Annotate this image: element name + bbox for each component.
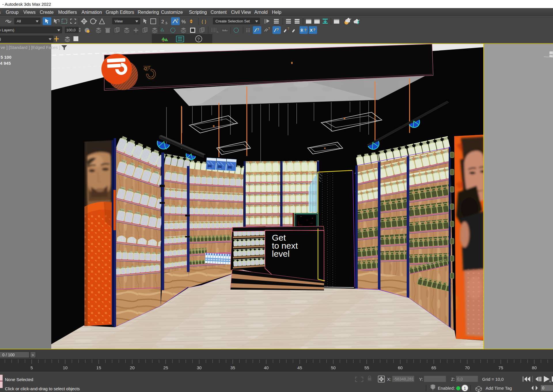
svg-text:75: 75 [498, 365, 503, 370]
svg-text:20: 20 [130, 365, 135, 370]
svg-text:level: level [272, 249, 290, 258]
svg-text:?: ? [287, 27, 289, 30]
svg-text:2: 2 [161, 19, 164, 24]
svg-text:0 / 100: 0 / 100 [2, 353, 15, 357]
svg-text:Enabled:: Enabled: [438, 386, 455, 391]
svg-text:70: 70 [465, 365, 470, 370]
svg-text:?: ? [268, 27, 270, 30]
svg-text:Grid = 10,0: Grid = 10,0 [482, 377, 504, 382]
svg-text:10: 10 [63, 365, 68, 370]
svg-text:Create Selection Set: Create Selection Set [215, 19, 250, 23]
svg-text:35: 35 [230, 365, 235, 370]
svg-text:?: ? [313, 28, 315, 32]
svg-text:Z:: Z: [451, 377, 455, 382]
svg-text:Content: Content [211, 10, 227, 15]
svg-text:5: 5 [31, 365, 33, 370]
svg-text:?: ? [197, 37, 200, 41]
svg-text:45: 45 [297, 365, 302, 370]
svg-text:?: ? [276, 27, 279, 32]
svg-text:55: 55 [364, 365, 369, 370]
svg-text:50: 50 [331, 365, 336, 370]
svg-text:X: X [310, 28, 313, 33]
svg-text:40: 40 [264, 365, 269, 370]
svg-text:4 945: 4 945 [0, 61, 11, 66]
svg-text:Rendering: Rendering [138, 10, 159, 15]
svg-text:30: 30 [197, 365, 202, 370]
svg-text:Click or click-and-drag to sel: Click or click-and-drag to select object… [5, 386, 80, 391]
svg-text:View: View [115, 19, 123, 23]
svg-text:60: 60 [398, 365, 403, 370]
svg-text:{: { [202, 19, 203, 24]
svg-text:FRO: FRO [550, 54, 553, 56]
svg-text:%: % [181, 19, 186, 24]
svg-text:15: 15 [96, 365, 101, 370]
svg-text:1: 1 [464, 386, 466, 391]
svg-text:ve ] [Standard ] [Edged Face: ve ] [Standard ] [Edged Faces ] [1, 45, 60, 50]
svg-text:}: } [205, 19, 206, 24]
svg-text:Civil View: Civil View [231, 10, 251, 15]
svg-text:>: > [32, 353, 34, 357]
svg-text:?: ? [304, 28, 306, 32]
svg-text:Add Time Tag: Add Time Tag [486, 386, 512, 391]
svg-text:25: 25 [163, 365, 168, 370]
svg-text:0,0: 0,0 [457, 377, 463, 381]
svg-text:Graph Editors: Graph Editors [106, 10, 134, 15]
svg-text:ault): ault) [0, 37, 1, 41]
svg-text:Views: Views [23, 10, 35, 15]
svg-text:s: s [0, 10, 1, 15]
svg-text:Group: Group [6, 10, 19, 15]
svg-text:A: A [217, 31, 218, 33]
svg-text:5 100: 5 100 [1, 55, 12, 60]
svg-text:Scripting: Scripting [189, 10, 207, 15]
svg-text:?: ? [257, 27, 259, 32]
svg-text:0: 0 [542, 386, 544, 390]
svg-text:.5: .5 [165, 21, 167, 25]
svg-text:Create: Create [40, 10, 54, 15]
svg-text:Y:: Y: [419, 377, 423, 382]
svg-text:65: 65 [431, 365, 436, 370]
svg-text:All: All [17, 19, 21, 23]
svg-text:X:: X: [387, 377, 391, 382]
svg-text:80: 80 [532, 365, 537, 370]
svg-text:Animation: Animation [82, 10, 102, 15]
svg-text:None Selected: None Selected [5, 377, 33, 382]
svg-text:?: ? [176, 18, 178, 22]
svg-text:-58348,281: -58348,281 [393, 377, 414, 381]
svg-text:Help: Help [272, 10, 281, 15]
svg-text:100,0: 100,0 [66, 28, 76, 32]
svg-text:Modifiers: Modifiers [58, 10, 77, 15]
svg-text:Arnold: Arnold [254, 10, 268, 15]
svg-text:able Layers): able Layers) [0, 28, 14, 32]
svg-text:- Autodesk 3ds Max 2022: - Autodesk 3ds Max 2022 [2, 2, 51, 7]
svg-text:Customize: Customize [161, 10, 183, 15]
